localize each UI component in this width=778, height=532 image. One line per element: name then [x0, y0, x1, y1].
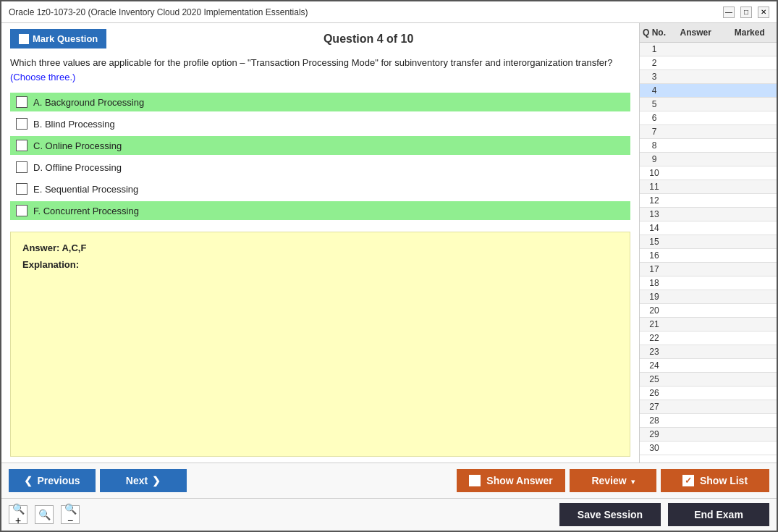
sidebar-row[interactable]: 18 — [640, 276, 777, 290]
sidebar-cell-num: 2 — [640, 58, 669, 68]
sidebar-cell-num: 29 — [640, 429, 669, 439]
sidebar-row[interactable]: 10 — [640, 166, 777, 180]
sidebar-row[interactable]: 16 — [640, 249, 777, 263]
window-controls: — □ ✕ — [723, 7, 769, 18]
previous-label: Previous — [37, 475, 80, 486]
sidebar-row[interactable]: 28 — [640, 414, 777, 428]
option-checkbox-e[interactable] — [16, 183, 28, 195]
sidebar-cell-num: 4 — [640, 85, 669, 96]
save-session-button[interactable]: Save Session — [559, 503, 661, 526]
mark-question-label: Mark Question — [33, 33, 98, 44]
sidebar-cell-num: 9 — [640, 154, 669, 164]
sidebar-cell-num: 30 — [640, 443, 669, 453]
option-row-a[interactable]: A. Background Processing — [10, 93, 630, 111]
maximize-button[interactable]: □ — [740, 7, 752, 18]
sidebar-row[interactable]: 29 — [640, 428, 777, 442]
option-label-b: B. Blind Processing — [33, 119, 115, 130]
zoom-reset-button[interactable]: 🔍 — [35, 505, 54, 524]
zoom-reset-icon: 🔍 — [38, 509, 51, 520]
chevron-left-icon — [24, 475, 33, 486]
sidebar-cell-num: 12 — [640, 195, 669, 206]
review-button[interactable]: Review — [570, 469, 656, 492]
sidebar-cell-num: 20 — [640, 305, 669, 316]
mark-question-button[interactable]: Mark Question — [10, 29, 106, 48]
sidebar-cell-num: 7 — [640, 127, 669, 137]
zoom-in-icon: 🔍+ — [9, 503, 27, 526]
sidebar-row[interactable]: 6 — [640, 111, 777, 125]
sidebar-cell-num: 8 — [640, 140, 669, 151]
sidebar-row[interactable]: 15 — [640, 235, 777, 249]
sidebar-cell-num: 6 — [640, 113, 669, 123]
sidebar-cell-num: 10 — [640, 168, 669, 178]
sidebar-row[interactable]: 12 — [640, 194, 777, 208]
sidebar-row[interactable]: 27 — [640, 400, 777, 414]
option-checkbox-c[interactable] — [16, 140, 28, 151]
sidebar-row[interactable]: 23 — [640, 345, 777, 359]
sidebar-cell-num: 15 — [640, 237, 669, 247]
content-area: Mark Question Question 4 of 10 Which thr… — [1, 23, 777, 463]
sidebar-cell-num: 13 — [640, 209, 669, 219]
sidebar-row[interactable]: 1 — [640, 43, 777, 56]
next-button[interactable]: Next — [100, 469, 187, 492]
sidebar-row[interactable]: 21 — [640, 318, 777, 332]
sidebar-cell-num: 22 — [640, 333, 669, 343]
sidebar-cell-num: 26 — [640, 388, 669, 398]
option-row-b[interactable]: B. Blind Processing — [10, 114, 630, 133]
sidebar-row[interactable]: 30 — [640, 442, 777, 455]
top-bar: Mark Question Question 4 of 10 — [10, 29, 630, 48]
dropdown-arrow-icon — [631, 475, 635, 486]
sidebar-col-qno: Q No. — [640, 26, 669, 39]
bottom-bar: Previous Next Show Answer Review Show Li… — [1, 463, 777, 498]
window-title: Oracle 1z0-1073-20 (Oracle Inventory Clo… — [9, 7, 308, 17]
zoom-in-button[interactable]: 🔍+ — [9, 505, 28, 524]
minimize-button[interactable]: — — [723, 7, 735, 18]
option-row-f[interactable]: F. Concurrent Processing — [10, 201, 630, 220]
sidebar-row[interactable]: 24 — [640, 359, 777, 373]
sidebar-row[interactable]: 25 — [640, 373, 777, 387]
sidebar-row[interactable]: 9 — [640, 153, 777, 166]
previous-button[interactable]: Previous — [9, 469, 96, 492]
sidebar-row[interactable]: 13 — [640, 208, 777, 221]
sidebar-row[interactable]: 4 — [640, 84, 777, 98]
answer-text: Answer: A,C,F — [22, 242, 618, 253]
option-row-d[interactable]: D. Offline Processing — [10, 158, 630, 177]
sidebar-row[interactable]: 17 — [640, 263, 777, 276]
sidebar-row[interactable]: 20 — [640, 304, 777, 318]
sidebar-row[interactable]: 22 — [640, 332, 777, 345]
end-exam-label: End Exam — [694, 509, 743, 520]
sidebar-row[interactable]: 7 — [640, 125, 777, 139]
sidebar-cell-num: 21 — [640, 319, 669, 329]
zoom-out-button[interactable]: 🔍− — [61, 505, 80, 524]
option-checkbox-a[interactable] — [16, 96, 28, 108]
sidebar-row[interactable]: 8 — [640, 139, 777, 153]
sidebar-row[interactable]: 11 — [640, 180, 777, 194]
sidebar-row[interactable]: 14 — [640, 221, 777, 235]
chevron-right-icon — [152, 475, 161, 486]
option-label-e: E. Sequential Processing — [33, 184, 138, 195]
sidebar-cell-num: 24 — [640, 360, 669, 371]
option-checkbox-f[interactable] — [16, 205, 28, 216]
show-list-button[interactable]: Show List — [661, 469, 769, 492]
sidebar-row[interactable]: 5 — [640, 98, 777, 111]
sidebar-row[interactable]: 2 — [640, 56, 777, 70]
option-checkbox-b[interactable] — [16, 118, 28, 130]
question-text: Which three values are applicable for th… — [10, 56, 630, 84]
sidebar-scroll[interactable]: 1 2 3 4 5 6 7 8 9 10 11 — [640, 43, 777, 463]
sidebar: Q No. Answer Marked 1 2 3 4 5 6 7 — [639, 23, 777, 463]
check-icon — [682, 475, 694, 486]
bookmark-icon — [19, 34, 29, 44]
sidebar-row[interactable]: 3 — [640, 70, 777, 84]
option-row-c[interactable]: C. Online Processing — [10, 136, 630, 155]
option-label-f: F. Concurrent Processing — [33, 206, 139, 216]
next-label: Next — [126, 475, 148, 486]
sidebar-row[interactable]: 26 — [640, 387, 777, 400]
show-answer-button[interactable]: Show Answer — [457, 469, 565, 492]
end-exam-button[interactable]: End Exam — [668, 503, 769, 526]
close-button[interactable]: ✕ — [758, 7, 769, 18]
option-row-e[interactable]: E. Sequential Processing — [10, 180, 630, 198]
sidebar-col-answer: Answer — [669, 26, 723, 39]
sidebar-row[interactable]: 19 — [640, 290, 777, 304]
sidebar-cell-num: 28 — [640, 415, 669, 426]
option-checkbox-d[interactable] — [16, 161, 28, 173]
choose-note: (Choose three.) — [10, 72, 75, 83]
